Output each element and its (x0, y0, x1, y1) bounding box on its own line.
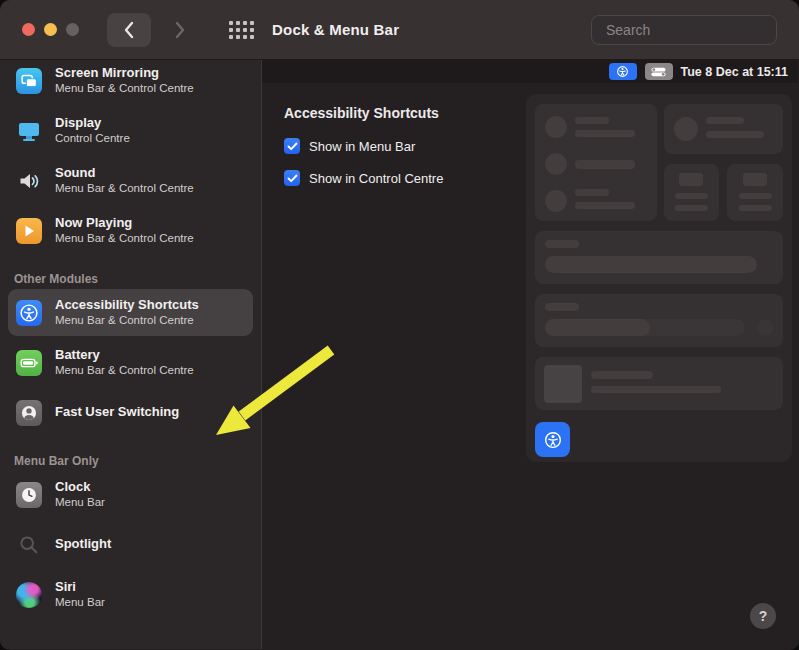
content-pane: Tue 8 Dec at 15:11 Accessibility Shortcu… (262, 60, 798, 649)
item-title: Display (55, 115, 130, 131)
item-subtitle: Menu Bar & Control Centre (55, 181, 194, 195)
sidebar-item-battery[interactable]: BatteryMenu Bar & Control Centre (8, 339, 253, 386)
skeleton-pill (675, 205, 708, 211)
item-title: Sound (55, 165, 194, 181)
preview-card-small (727, 164, 783, 221)
skeleton-pill (591, 371, 653, 379)
pane-heading: Accessibility Shortcuts (284, 105, 439, 121)
sound-icon (16, 168, 42, 194)
skeleton-pill (706, 117, 744, 124)
traffic-lights (22, 23, 79, 36)
display-icon (16, 118, 42, 144)
item-subtitle: Menu Bar (55, 495, 105, 509)
sidebar-item-screen-mirroring[interactable]: Screen MirroringMenu Bar & Control Centr… (8, 60, 253, 104)
skeleton-circle (545, 153, 567, 175)
item-title: Screen Mirroring (55, 65, 194, 81)
sidebar-item-display[interactable]: DisplayControl Centre (8, 107, 253, 154)
question-mark-icon: ? (759, 608, 768, 624)
preview-card-display-slider (535, 231, 783, 284)
item-title: Now Playing (55, 215, 194, 231)
show-in-control-centre-option[interactable]: Show in Control Centre (284, 170, 443, 186)
siri-icon (16, 582, 42, 608)
checkbox-checked-icon[interactable] (284, 138, 300, 154)
preview-card-small (664, 164, 719, 221)
sidebar-item-clock[interactable]: ClockMenu Bar (8, 471, 253, 518)
skeleton-pill (706, 131, 764, 138)
sidebar-section-menu-bar-only: Menu Bar Only (14, 454, 247, 468)
search-field[interactable] (591, 15, 777, 45)
skeleton-pill (575, 160, 635, 169)
skeleton-rect (743, 173, 767, 186)
item-title: Accessibility Shortcuts (55, 297, 199, 313)
skeleton-pill (575, 189, 609, 196)
control-centre-icon (645, 63, 673, 80)
accessibility-menubar-icon (609, 63, 637, 80)
sidebar-item-spotlight[interactable]: Spotlight (8, 521, 253, 568)
item-title: Siri (55, 579, 105, 595)
skeleton-pill (739, 205, 772, 211)
menu-bar-preview: Tue 8 Dec at 15:11 (262, 60, 798, 83)
zoom-button-disabled (66, 23, 79, 36)
sidebar-item-sound[interactable]: SoundMenu Bar & Control Centre (8, 157, 253, 204)
item-subtitle: Control Centre (55, 131, 130, 145)
dock-menu-bar-preferences-window: Dock & Menu Bar Screen MirroringMenu Bar… (0, 0, 799, 650)
checkbox-label: Show in Control Centre (309, 171, 443, 186)
chevron-right-icon (174, 21, 186, 39)
chevron-left-icon (123, 21, 135, 39)
clock-icon (16, 482, 42, 508)
preview-card-focus (664, 104, 783, 154)
window-title: Dock & Menu Bar (272, 21, 399, 38)
preview-card-sound-slider (535, 294, 783, 347)
checkbox-checked-icon[interactable] (284, 170, 300, 186)
preview-card-now-playing (535, 357, 783, 410)
battery-icon (16, 350, 42, 376)
item-subtitle: Menu Bar & Control Centre (55, 313, 199, 327)
control-centre-preview-panel (526, 94, 792, 462)
menu-bar-datetime: Tue 8 Dec at 15:11 (681, 65, 788, 79)
show-all-grid-icon[interactable] (229, 21, 254, 39)
titlebar: Dock & Menu Bar (0, 0, 799, 60)
skeleton-pill (545, 240, 579, 248)
sidebar-item-accessibility-shortcuts[interactable]: Accessibility ShortcutsMenu Bar & Contro… (8, 289, 253, 336)
skeleton-pill (591, 386, 721, 393)
accessibility-shortcuts-preview-button (535, 422, 570, 457)
skeleton-pill (739, 193, 772, 199)
skeleton-pill (575, 202, 635, 209)
close-button[interactable] (22, 23, 35, 36)
skeleton-slider-fill (545, 319, 650, 336)
item-subtitle: Menu Bar & Control Centre (55, 231, 194, 245)
skeleton-knob (757, 319, 774, 336)
minimize-button[interactable] (44, 23, 57, 36)
preview-card-toggles (535, 104, 657, 221)
item-subtitle: Menu Bar & Control Centre (55, 363, 194, 377)
back-button[interactable] (107, 13, 151, 47)
spotlight-icon (16, 532, 42, 558)
skeleton-pill (575, 117, 609, 124)
accessibility-icon (16, 300, 42, 326)
sidebar: Screen MirroringMenu Bar & Control Centr… (0, 60, 262, 649)
sidebar-item-siri[interactable]: SiriMenu Bar (8, 571, 253, 618)
skeleton-circle (674, 117, 698, 141)
fast-user-switching-icon (16, 400, 42, 426)
skeleton-rect (679, 173, 703, 186)
skeleton-pill (545, 303, 579, 311)
item-title: Clock (55, 479, 105, 495)
skeleton-circle (545, 116, 567, 138)
search-input[interactable] (606, 22, 787, 38)
sidebar-item-now-playing[interactable]: Now PlayingMenu Bar & Control Centre (8, 207, 253, 254)
skeleton-pill (575, 130, 635, 137)
skeleton-slider (545, 256, 757, 273)
sidebar-section-other-modules: Other Modules (14, 272, 247, 286)
item-title: Battery (55, 347, 194, 363)
help-button[interactable]: ? (750, 603, 776, 629)
skeleton-circle (545, 190, 567, 212)
checkbox-label: Show in Menu Bar (309, 139, 415, 154)
show-in-menu-bar-option[interactable]: Show in Menu Bar (284, 138, 415, 154)
sidebar-item-fast-user-switching[interactable]: Fast User Switching (8, 389, 253, 436)
item-subtitle: Menu Bar (55, 595, 105, 609)
item-subtitle: Menu Bar & Control Centre (55, 81, 194, 95)
forward-button[interactable] (165, 13, 195, 47)
item-title: Fast User Switching (55, 404, 179, 420)
screen-mirroring-icon (16, 68, 42, 94)
skeleton-thumbnail (544, 365, 582, 403)
